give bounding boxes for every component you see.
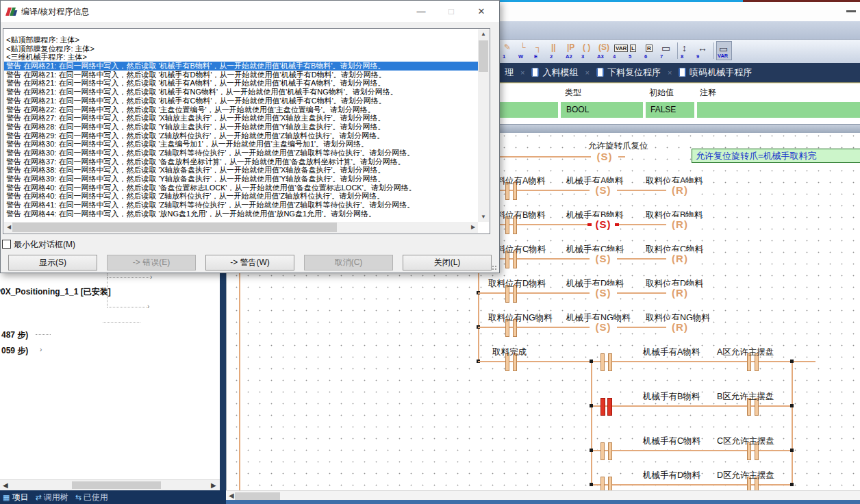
dialog-row[interactable]: 警告 在网格22: 在同一网络中写入，然后读取 '主盘位置编号'，从一开始就使用… [4,105,478,114]
tree-hscroll-thumb[interactable] [72,481,161,489]
tree-tab-1[interactable]: ▦项目 [3,490,28,504]
coil-symbol[interactable]: (S) [590,286,617,301]
dialog-button-3[interactable]: -> 警告(W) [205,255,294,270]
dialog-row[interactable]: 警告 在网格41: 在同一网络中写入，然后读取 'Z轴取料等待位执行'，从一开始… [4,201,478,210]
dialog-row[interactable]: 警告 在网格38: 在同一网络中写入，然后读取 'X轴放备盘执行'，从一开始就使… [4,166,478,175]
resize-grip[interactable] [492,265,497,270]
coil-symbol[interactable]: (R) [666,320,694,335]
coil-symbol[interactable]: (R) [666,217,694,232]
dialog-row[interactable]: 警告 在网格44: 在同一网络中写入，然后读取 '放NG盘1允用'，从一开始就使… [4,210,478,218]
dialog-button-5[interactable]: 关闭(L) [403,255,492,270]
panel-splitter[interactable] [220,273,226,504]
tree-item-pox-positioning[interactable]: P0X_Positioning_1_1 [已安装] [0,286,111,298]
tab-3[interactable]: 下料复位程序 [596,63,661,82]
dialog-button-1[interactable]: 显示(S) [8,255,97,270]
dialog-row[interactable]: 警告 在网格30: 在同一网络中写入，然后读取 'Z轴取料等待位执行'，从一开始… [4,149,478,158]
operand-label[interactable]: B区允许主摆盘 [717,391,774,403]
tab-1[interactable]: 理 [505,63,514,82]
tree-item-steps-487[interactable]: 487 步) [1,329,28,341]
close-icon[interactable]: ✕ [469,1,494,22]
coil-symbol[interactable]: (S) [590,183,617,198]
minimize-dialog-checkbox[interactable] [2,240,11,249]
message-listbox[interactable]: <贴顶部膜程序: 主体><贴顶部膜复位程序: 主体><三维机械手程序: 主体>警… [3,28,490,234]
operand-label[interactable]: 机械手有D物料 [643,470,700,481]
dialog-row[interactable]: 警告 在网格27: 在同一网络中写入，然后读取 'X轴放主盘执行'，从一开始就使… [4,114,478,123]
operand-label[interactable]: 机械手有C物料 [643,436,700,447]
project-tree-panel[interactable]: › P0X_Positioning_1_1 [已安装] › 487 步) 059… [0,273,220,479]
var-row-name-cell[interactable] [500,102,558,118]
scroll-right-icon[interactable]: ▶ [468,222,478,233]
scroll-left-icon[interactable]: ◀ [229,492,234,499]
wire-down-tool[interactable]: ┐E [533,41,549,60]
dialog-row[interactable]: 警告 在网格21: 在同一网络中写入，然后读取 '机械手有NG物料'，从一开始就… [4,88,478,97]
dialog-vscrollbar[interactable]: ▲ ▼ [478,29,489,222]
dialog-row[interactable]: 警告 在网格30: 在同一网络中写入，然后读取 '主盘编号加1'，从一开始就使用… [4,140,478,149]
contact-symbol[interactable] [600,477,612,490]
box-l-tool[interactable]: L5 [628,41,644,60]
coil-symbol[interactable]: (S) [590,217,617,232]
stretch-v-tool[interactable]: ↕8 [680,41,696,60]
tree-tab-2[interactable]: ⇄调用树 [35,490,68,504]
contact-symbol[interactable] [600,353,612,370]
dialog-button-2[interactable]: -> 错误(E) [107,255,196,270]
tree-item-steps-059[interactable]: 059 步) [1,345,28,357]
coil-symbol[interactable]: (R) [666,251,694,266]
dialog-row[interactable]: 警告 在网格21: 在同一网络中写入，然后读取 '机械手有C物料'，从一开始就使… [4,97,478,105]
dialog-hscroll-thumb[interactable] [12,223,337,232]
table-ladder-splitter[interactable] [500,118,860,134]
coil-tool[interactable]: ( )3 [581,41,596,60]
stretch-h-tool[interactable]: ↔9 [696,41,711,60]
dialog-button-4[interactable]: 取消(C) [304,255,393,270]
operand-label[interactable]: 取料位有D物料 [488,278,546,290]
tab-close-icon[interactable]: × [668,63,672,82]
dialog-row[interactable]: 警告 在网格28: 在同一网络中写入，然后读取 'Y轴放主盘执行'，从一开始就使… [4,123,478,131]
dialog-row[interactable]: 警告 在网格37: 在同一网络中写入，然后读取 '备盘放料坐标计算'，从一开始就… [4,158,478,166]
coil-set-tool[interactable]: (S)A3 [596,41,612,60]
dialog-row[interactable]: 警告 在网格21: 在同一网络中写入，然后读取 '机械手有B物料'，从一开始就使… [4,62,478,71]
coil-symbol[interactable]: (R) [666,183,694,198]
dialog-row[interactable]: <贴顶部膜程序: 主体> [4,36,478,45]
dialog-row[interactable]: 警告 在网格21: 在同一网络中写入，然后读取 '机械手有D物料'，从一开始就使… [4,71,478,79]
operand-label[interactable]: A区允许主摆盘 [717,346,774,358]
tab-close-icon[interactable]: × [585,63,589,82]
contact-symbol[interactable] [600,398,612,414]
coil-symbol[interactable]: (S) [590,320,617,335]
tab-4[interactable]: 喷码机械手程序 [679,63,752,82]
scroll-left-icon[interactable]: ◀ [3,481,8,489]
app-minimize-icon[interactable] [846,10,856,12]
operand-label[interactable]: C区允许主摆盘 [717,436,774,447]
coil-symbol[interactable]: (S) [591,149,618,164]
dialog-row[interactable]: 警告 在网格39: 在同一网络中写入，然后读取 'Y轴放备盘执行'，从一开始就使… [4,175,478,184]
operand-label[interactable]: D区允许主摆盘 [717,470,774,481]
scroll-up-icon[interactable]: ▲ [478,29,489,39]
var-row-comment-cell[interactable] [697,102,860,118]
box-r-tool[interactable]: R6 [644,41,659,60]
operand-label[interactable]: 机械手有A物料 [643,346,700,358]
dialog-hscrollbar[interactable]: ◀ ▶ [4,222,478,233]
tab-close-icon[interactable]: × [520,63,524,82]
var-tool[interactable]: VAR4 [612,41,628,60]
operand-label[interactable]: 取料完成 [492,346,527,358]
dialog-row[interactable]: 警告 在网格40: 在同一网络中写入，然后读取 '备盘位置标志LOCK'，从一开… [4,184,478,192]
scroll-down-icon[interactable]: ▼ [478,212,489,222]
tree-tab-3[interactable]: ⇆已使用 [75,490,108,504]
tree-hscrollbar[interactable]: ◀ ▶ [0,479,220,490]
coil-symbol[interactable]: (R) [666,286,694,301]
contact-p-tool[interactable]: |PA2 [565,41,581,60]
tab-2[interactable]: 入料模组 [531,63,578,82]
coil-symbol[interactable]: (S) [590,251,617,266]
ladder-hscrollbar[interactable]: ◀ [226,490,860,501]
wire-up-tool[interactable]: └W [518,41,533,60]
minimize-icon[interactable]: — [409,1,433,22]
dialog-titlebar[interactable]: 编译/核对程序信息 — □ ✕ [1,1,499,22]
dialog-row[interactable]: <三维机械手程序: 主体> [4,53,478,62]
contact-symbol[interactable] [600,442,612,459]
dialog-vscroll-thumb[interactable] [479,40,488,72]
network-comment-box[interactable]: 允许复位旋转爪=机械手取料完 [692,149,860,163]
dialog-row[interactable]: 警告 在网格40: 在同一网络中写入，然后读取 'Z轴放料位执行'，从一开始就使… [4,192,478,201]
contact-tool[interactable]: ||2 [549,41,565,60]
dialog-row[interactable]: <贴顶部膜复位程序: 主体> [4,45,478,53]
pencil-tool[interactable]: ✎1 [502,41,518,60]
comment-tool[interactable]: ▭7 [659,41,675,60]
scroll-right-icon[interactable]: ▶ [211,481,216,489]
